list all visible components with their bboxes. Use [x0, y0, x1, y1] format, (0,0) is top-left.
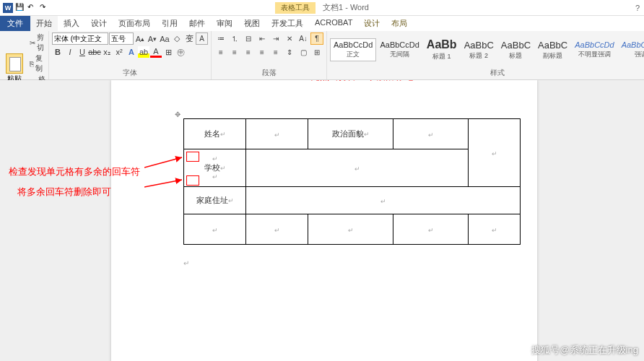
group-label: 样式 [330, 67, 644, 78]
cut-button[interactable]: ✂剪切 [30, 32, 45, 53]
borders-icon[interactable]: ⊞ [310, 46, 323, 58]
numbering-icon[interactable]: ⒈ [228, 32, 241, 45]
tab-view[interactable]: 视图 [238, 16, 266, 31]
document-table[interactable]: 姓名↵ ↵ 政治面貌↵ ↵ ↵ ↵学校↵↵ ↵ 家庭住址↵ ↵ ↵ ↵ ↵ ↵ … [183, 118, 521, 245]
save-icon[interactable]: 💾 [15, 3, 25, 13]
asian-layout-icon[interactable]: ✕ [283, 32, 296, 45]
contextual-tab-label: 表格工具 [275, 2, 316, 14]
bullets-icon[interactable]: ≔ [214, 32, 227, 45]
annotation-left2: 将多余回车符删除即可 [17, 186, 111, 199]
highlight-box [186, 152, 199, 162]
tab-acrobat[interactable]: ACROBAT [309, 16, 358, 31]
distribute-icon[interactable]: ≡ [269, 46, 282, 58]
style-item[interactable]: AaBb标题 1 [423, 36, 461, 64]
ribbon: 粘贴 ✂剪切 ⎘复制 🖌格式刷 剪贴板 A▴ A▾ Aa ◇ 变 A [0, 31, 644, 80]
sort-icon[interactable]: A↓ [297, 32, 310, 45]
annotation-top: 先点击打开显示段落标记 [310, 80, 414, 83]
highlight-icon[interactable]: ab [138, 46, 149, 58]
paste-icon [6, 53, 23, 74]
tab-references[interactable]: 引用 [156, 16, 183, 31]
tab-developer[interactable]: 开发工具 [266, 16, 309, 31]
highlight-box [186, 175, 199, 186]
shading-icon[interactable]: ▢ [297, 46, 310, 58]
undo-icon[interactable]: ↶ [27, 3, 38, 13]
group-label: 段落 [214, 67, 323, 78]
tab-table-layout[interactable]: 布局 [386, 16, 413, 31]
paragraph-mark: ↵ [183, 259, 189, 267]
tab-insert[interactable]: 插入 [58, 16, 85, 31]
char-border-icon[interactable]: A [196, 32, 208, 45]
group-paragraph: ≔ ⒈ ⊟ ⇤ ⇥ ✕ A↓ ¶ ≡ ≡ ≡ ≡ ≡ ⇕ ▢ ⊞ 段落 [212, 31, 327, 79]
align-center-icon[interactable]: ≡ [228, 46, 241, 58]
line-spacing-icon[interactable]: ⇕ [283, 46, 296, 58]
table-move-handle[interactable]: ✥ [175, 110, 180, 118]
font-color-icon[interactable]: A [150, 46, 162, 58]
tab-mailings[interactable]: 邮件 [183, 16, 211, 31]
increase-indent-icon[interactable]: ⇥ [269, 32, 282, 45]
copy-icon: ⎘ [30, 60, 34, 68]
tab-file[interactable]: 文件 [0, 16, 30, 31]
group-clipboard: 粘贴 ✂剪切 ⎘复制 🖌格式刷 剪贴板 [0, 31, 49, 79]
subscript-button[interactable]: x₂ [101, 46, 113, 58]
superscript-button[interactable]: x² [113, 46, 125, 58]
style-item[interactable]: AaBbCcDd正文 [330, 38, 376, 61]
document-title: 文档1 - Word [323, 2, 369, 13]
enclose-char-icon[interactable]: ㊥ [175, 46, 186, 58]
tab-design[interactable]: 设计 [85, 16, 113, 31]
word-app-icon: W [3, 3, 13, 13]
bold-button[interactable]: B [52, 46, 64, 58]
watermark: 搜狐号@系统正在升级ing [531, 344, 638, 357]
document-canvas[interactable]: ✥ 姓名↵ ↵ 政治面貌↵ ↵ ↵ ↵学校↵↵ ↵ 家庭住址↵ ↵ ↵ ↵ ↵ … [0, 80, 644, 361]
phonetic-guide-icon[interactable]: 变 [183, 33, 195, 45]
copy-button[interactable]: ⎘复制 [30, 53, 45, 74]
style-item[interactable]: AaBbCcDd不明显强调 [571, 38, 617, 61]
multilevel-icon[interactable]: ⊟ [242, 32, 255, 45]
page: ✥ 姓名↵ ↵ 政治面貌↵ ↵ ↵ ↵学校↵↵ ↵ 家庭住址↵ ↵ ↵ ↵ ↵ … [111, 80, 537, 361]
ribbon-tabs: 文件 开始 插入 设计 页面布局 引用 邮件 审阅 视图 开发工具 ACROBA… [0, 16, 644, 31]
tab-review[interactable]: 审阅 [211, 16, 238, 31]
help-icon[interactable]: ? [635, 4, 640, 12]
style-item[interactable]: AaBbCcDd无间隔 [376, 38, 422, 61]
group-font: A▴ A▾ Aa ◇ 变 A B I U abc x₂ x² A ab A ⊞ … [49, 31, 212, 79]
style-item[interactable]: AaBbC标题 2 [461, 38, 497, 63]
tab-layout[interactable]: 页面布局 [113, 16, 156, 31]
align-right-icon[interactable]: ≡ [242, 46, 255, 58]
annotation-left1: 检查发现单元格有多余的回车符 [9, 165, 140, 178]
tab-home[interactable]: 开始 [30, 16, 58, 31]
change-case-icon[interactable]: Aa [159, 33, 170, 45]
text-effects-icon[interactable]: A [126, 46, 137, 58]
strike-button[interactable]: abc [89, 46, 100, 58]
char-shading-icon[interactable]: ⊞ [162, 46, 174, 58]
font-name-select[interactable] [52, 32, 108, 45]
style-item[interactable]: AaBbCcDd强调 [618, 38, 644, 61]
decrease-indent-icon[interactable]: ⇤ [256, 32, 269, 45]
align-left-icon[interactable]: ≡ [214, 46, 227, 58]
font-size-select[interactable] [109, 32, 134, 45]
italic-button[interactable]: I [64, 46, 76, 58]
window-titlebar: W 💾 ↶ ↷ 表格工具 文档1 - Word ? [0, 0, 644, 16]
show-pilcrow-button[interactable]: ¶ [310, 32, 323, 45]
tab-table-design[interactable]: 设计 [358, 16, 386, 31]
justify-icon[interactable]: ≡ [256, 46, 269, 58]
underline-button[interactable]: U [77, 46, 88, 58]
group-label: 字体 [52, 67, 208, 78]
scissors-icon: ✂ [30, 39, 35, 47]
style-item[interactable]: AaBbC标题 [497, 38, 534, 63]
shrink-font-icon[interactable]: A▾ [147, 33, 158, 45]
redo-icon[interactable]: ↷ [40, 3, 50, 13]
clear-format-icon[interactable]: ◇ [171, 33, 183, 45]
style-item[interactable]: AaBbC副标题 [534, 38, 571, 63]
group-styles: AaBbCcDd正文AaBbCcDd无间隔AaBb标题 1AaBbC标题 2Aa… [327, 31, 644, 79]
grow-font-icon[interactable]: A▴ [134, 33, 146, 45]
